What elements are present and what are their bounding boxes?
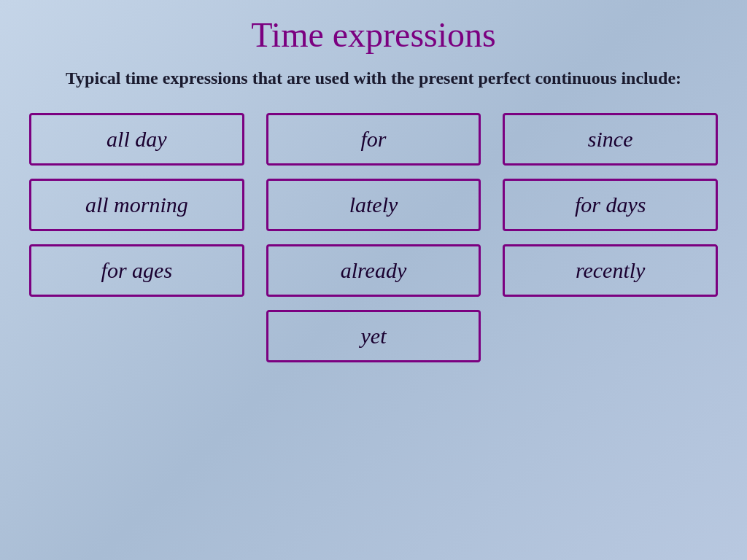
box-already: already xyxy=(266,244,481,297)
box-for-ages: for ages xyxy=(29,244,244,297)
box-since: since xyxy=(503,113,718,166)
page-subtitle: Typical time expressions that are used w… xyxy=(66,66,681,91)
page-title: Time expressions xyxy=(251,15,496,55)
box-lately: lately xyxy=(266,179,481,231)
box-all-day: all day xyxy=(29,113,244,166)
box-for-days: for days xyxy=(503,179,718,231)
box-recently: recently xyxy=(503,244,718,297)
empty-cell-left xyxy=(29,310,244,362)
empty-cell-right xyxy=(503,310,718,362)
box-yet: yet xyxy=(266,310,481,362)
box-for: for xyxy=(266,113,481,166)
page: Time expressions Typical time expression… xyxy=(0,0,747,560)
expressions-grid: all day for since all morning lately for… xyxy=(29,113,718,362)
box-all-morning: all morning xyxy=(29,179,244,231)
